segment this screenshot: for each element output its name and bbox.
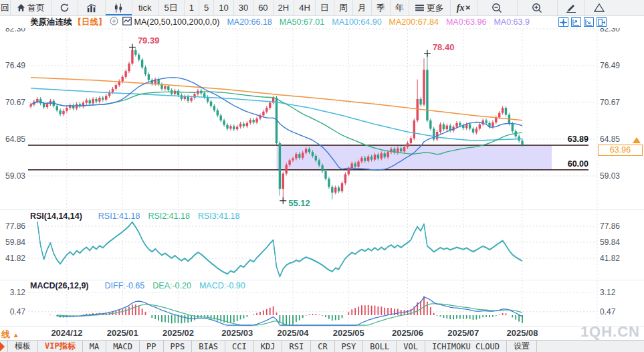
candle (105, 96, 107, 100)
level-label: 63.89 (535, 135, 588, 144)
candle (102, 98, 104, 100)
candle (357, 161, 359, 167)
candle (403, 147, 405, 152)
candle (282, 173, 284, 189)
chart-canvas[interactable] (0, 0, 644, 352)
candle (400, 149, 402, 152)
candle (455, 123, 457, 127)
candle (226, 125, 228, 129)
indicator-tab-rsi[interactable]: RSI (282, 341, 311, 352)
indicator-tab-kdj[interactable]: KDJ (254, 341, 283, 352)
month-label: 2025/07 (447, 328, 479, 338)
dropdown-up-icon: ▲ (13, 331, 19, 339)
rsi-tick-right: 41.82 (600, 254, 620, 263)
indicator-tab-vip指标[interactable]: VIP指标 (38, 341, 83, 352)
price-tick-right: 64.85 (600, 135, 620, 144)
indicator-tab-macd[interactable]: MACD (106, 341, 140, 352)
axis-scale-left-icon[interactable] (571, 17, 581, 27)
ma-settings-label[interactable]: MA(20,50,100,200,0,0) (134, 17, 220, 27)
macd-value: MACD:-0.90 (199, 281, 245, 290)
candle (367, 157, 369, 161)
candle (364, 158, 366, 161)
month-label: 2025/08 (507, 328, 538, 338)
month-label: 2025/02 (163, 328, 194, 338)
candle (479, 124, 481, 129)
candle (203, 93, 205, 97)
ma-values: MA20:66.18MA50:67.01MA100:64.90MA200:67.… (219, 17, 530, 27)
candle (472, 128, 474, 133)
macd-tick-left: 0.47 (0, 307, 25, 317)
rsi-tick-left: 59.84 (0, 238, 25, 247)
ma-value: MA200:67.84 (389, 17, 439, 27)
candle (210, 102, 212, 106)
rsi-tick-right: 77.86 (600, 222, 620, 231)
ma-value: MA0:63.9 (494, 17, 530, 27)
candle (243, 124, 245, 126)
candle (92, 99, 94, 104)
indicator-tab-vol[interactable]: VOL (397, 341, 425, 352)
candle (331, 187, 333, 193)
rsi-value: RSI1:41.18 (98, 211, 140, 221)
crosshair-icon[interactable] (558, 17, 568, 27)
candle (344, 174, 346, 183)
indicator-tab-boll[interactable]: BOLL (363, 341, 397, 352)
candle (417, 99, 419, 120)
month-label: 2025/01 (107, 328, 138, 338)
candle (220, 115, 222, 120)
indicator-tab-pp[interactable]: PP (140, 341, 163, 352)
legend-tools (558, 17, 607, 27)
candle (286, 165, 288, 173)
tabbar-corner-icon[interactable] (0, 341, 8, 352)
macd-tick-right: 0.47 (600, 307, 615, 317)
candle (370, 157, 372, 160)
candle (59, 110, 61, 114)
candle (381, 153, 383, 159)
kline-type-label[interactable]: 线 ▲ (1, 329, 19, 341)
month-label: 2024/12 (51, 328, 82, 338)
candle (95, 99, 97, 102)
price-tick-right: 59.03 (600, 171, 620, 181)
rsi-value: RSI2:41.18 (148, 211, 190, 221)
candle (86, 100, 88, 103)
rsi-panel-header: RSI(14,14,14)RSI1:41.18RSI2:41.18RSI3:41… (30, 211, 239, 221)
candle (498, 113, 500, 118)
candle (187, 96, 189, 101)
candle (308, 149, 310, 153)
candle (112, 89, 114, 92)
candle (341, 183, 343, 191)
candle (160, 84, 163, 89)
mini-chart-icon[interactable] (122, 17, 132, 27)
indicator-tab-psy[interactable]: PSY (335, 341, 364, 352)
candle (521, 141, 523, 145)
indicator-tab-cci[interactable]: CCI (225, 341, 254, 352)
candle (262, 112, 264, 116)
indicator-tab-pps[interactable]: PPS (164, 341, 193, 352)
candle (141, 60, 143, 67)
candle (144, 68, 146, 74)
axis-scale-right-icon[interactable] (584, 17, 594, 27)
candle (443, 124, 445, 130)
rsi-title: RSI(14,14,14) (30, 211, 82, 221)
candle (253, 120, 255, 122)
indicator-tab-设置[interactable]: 设置 (507, 341, 537, 352)
period-tag: 【日线】 (74, 17, 107, 28)
indicator-tab-cr[interactable]: CR (311, 341, 334, 352)
add-indicator-icon[interactable] (110, 17, 118, 27)
indicator-tab-bias[interactable]: BIAS (192, 341, 225, 352)
candle (122, 77, 124, 82)
chart-legend: 美原油连续 【日线】 MA(20,50,100,200,0,0) MA20:66… (0, 16, 644, 28)
candle (134, 50, 136, 55)
candle (426, 70, 428, 120)
candle (384, 153, 386, 157)
candle (338, 187, 340, 191)
indicator-tab-ichimoku-cloud[interactable]: ICHIMOKU CLOUD (425, 341, 507, 352)
price-tick-right: 76.49 (600, 61, 620, 70)
indicator-tab-模板[interactable]: 模板 (8, 341, 38, 352)
candle (469, 124, 471, 129)
candle (167, 86, 169, 90)
candle (439, 124, 441, 132)
exit-fullscreen-icon[interactable] (597, 17, 607, 27)
candle (324, 171, 326, 179)
indicator-tab-ma[interactable]: MA (83, 341, 106, 352)
candle (217, 110, 219, 116)
